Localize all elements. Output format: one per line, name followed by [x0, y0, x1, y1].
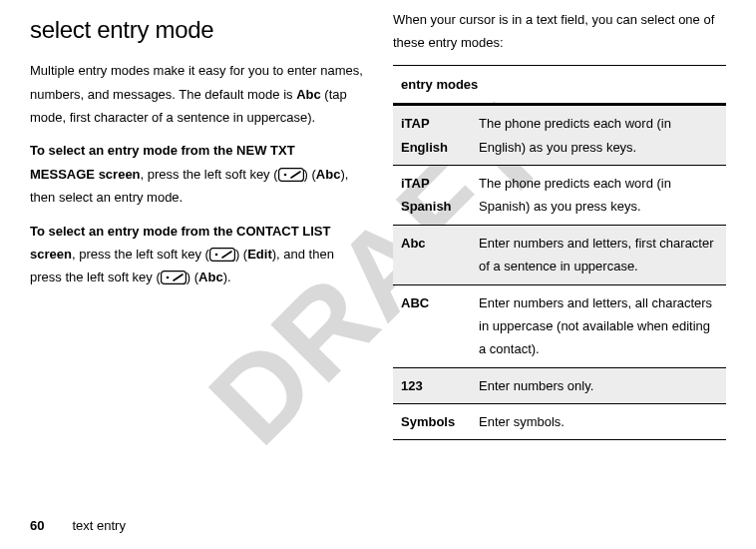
table-row: iTAP Spanish The phone predicts each wor… [393, 165, 726, 225]
mode-name: iTAP Spanish [393, 165, 471, 225]
table-row: 123 Enter numbers only. [393, 367, 726, 403]
abc-mode-label: Abc [296, 87, 321, 102]
soft-key-icon [161, 271, 187, 284]
mode-desc: Enter numbers and letters, first charact… [471, 225, 726, 284]
mode-name: Symbols [393, 404, 471, 440]
page-title: select entry mode [30, 8, 363, 51]
soft-key-icon [209, 248, 235, 262]
table-row: Symbols Enter symbols. [393, 404, 726, 440]
page-footer: 60text entry [30, 518, 126, 533]
svg-rect-2 [210, 249, 235, 262]
content-columns: select entry mode Multiple entry modes m… [30, 8, 726, 440]
table-header-row: entry modes [393, 65, 726, 104]
p3-text-c: , press the left soft key ( [72, 247, 209, 262]
abc-label-2: Abc [316, 167, 341, 182]
svg-rect-4 [161, 272, 186, 284]
page-number: 60 [30, 518, 44, 533]
svg-rect-0 [278, 168, 303, 181]
mode-name: 123 [393, 367, 471, 403]
p2-text-d: ) ( [304, 167, 316, 182]
p3-text-f: ) ( [187, 270, 198, 284]
left-column: select entry mode Multiple entry modes m… [30, 8, 363, 440]
table-row: Abc Enter numbers and letters, first cha… [393, 225, 726, 284]
table-row: ABC Enter numbers and letters, all chara… [393, 284, 726, 367]
mode-desc: Enter symbols. [471, 404, 726, 440]
p3-text-d: ) ( [235, 247, 247, 262]
svg-point-3 [215, 254, 218, 257]
p3-text-g: ). [223, 270, 231, 284]
mode-desc: The phone predicts each word (in English… [471, 105, 726, 166]
section-name: text entry [72, 518, 125, 533]
entry-modes-table: entry modes iTAP English The phone predi… [393, 65, 726, 441]
abc-label-3: Abc [198, 270, 223, 284]
p2-bold-b: screen [95, 167, 141, 182]
contact-list-label: CONTACT LIST [236, 224, 330, 239]
mode-name: Abc [393, 225, 471, 284]
svg-point-1 [283, 173, 286, 176]
right-column: When your cursor is in a text field, you… [393, 8, 726, 440]
p2-bold-a: To select an entry mode from the [30, 143, 236, 158]
p2-text-c: , press the left soft key ( [141, 167, 278, 182]
mode-desc: Enter numbers only. [471, 367, 726, 403]
soft-key-icon [278, 168, 304, 182]
mode-desc: Enter numbers and letters, all character… [471, 284, 726, 367]
svg-point-5 [166, 276, 169, 279]
mode-desc: The phone predicts each word (in Spanish… [471, 165, 726, 225]
right-intro: When your cursor is in a text field, you… [393, 8, 726, 55]
select-contact-list-paragraph: To select an entry mode from the CONTACT… [30, 220, 363, 289]
mode-name: iTAP English [393, 105, 471, 166]
intro-paragraph: Multiple entry modes make it easy for yo… [30, 59, 363, 129]
p3-bold-a: To select an entry mode from the [30, 224, 236, 239]
table-row: iTAP English The phone predicts each wor… [393, 105, 726, 166]
table-header: entry modes [393, 65, 726, 104]
select-new-message-paragraph: To select an entry mode from the NEW TXT… [30, 139, 363, 209]
p3-bold-b: screen [30, 247, 72, 262]
mode-name: ABC [393, 284, 471, 367]
edit-label: Edit [247, 247, 272, 262]
